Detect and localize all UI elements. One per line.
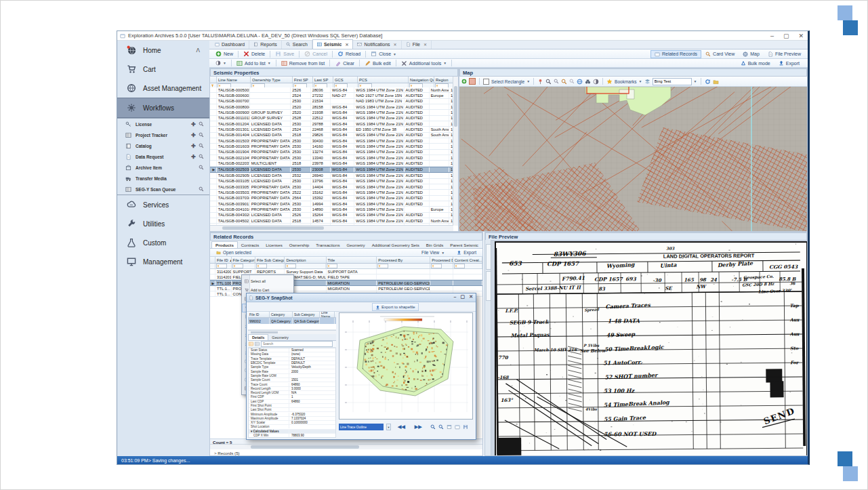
column-header-processed-by[interactable]: Processed By [377, 257, 430, 263]
sidebar-item-home[interactable]: Homeᐱ [117, 41, 209, 60]
close-tab-icon[interactable]: ✕ [345, 42, 348, 47]
add-to-list-button[interactable]: Add to list▼ [233, 60, 274, 67]
column-header-ownership-type[interactable]: Ownership Type [251, 77, 293, 83]
map-canvas[interactable] [459, 87, 807, 232]
trace-outline-dropdown[interactable]: Line Trace Outline [339, 424, 384, 430]
table-row[interactable]: TALISGB-0019043PROPRIETARY DATA253013274… [210, 150, 453, 155]
filter-cell[interactable] [232, 264, 255, 268]
sidebar-item-utilities[interactable]: Utilities [117, 214, 209, 233]
related-tab-bin-grids[interactable]: Bin Grids [423, 242, 447, 248]
snapshot-tab-details[interactable]: Details [248, 334, 268, 340]
table-row[interactable]: TALISGB-0006001252427232NAD-27NAD 1927 U… [210, 93, 453, 98]
snapshot-minimize-button[interactable]: – [454, 294, 457, 300]
snapshot-maximize-button[interactable]: ▢ [461, 294, 466, 300]
tab-dashboard[interactable]: Dashboard [211, 40, 249, 49]
view-options-dropdown[interactable]: ▼ [212, 60, 230, 66]
seismic-horizontal-scrollbar[interactable] [210, 225, 453, 231]
bulk-mode-button[interactable]: Bulk mode [737, 59, 774, 67]
sidebar-item-asset-management[interactable]: Asset Management [117, 79, 209, 98]
column-header-first-sp[interactable]: First SP [293, 77, 313, 83]
table-row[interactable]: TALISGB-0012041LICENSED DATA253029788WGS… [210, 121, 453, 127]
filter-cell[interactable] [430, 264, 453, 268]
clear-selection-icon[interactable] [469, 78, 476, 85]
column-header-file-id[interactable]: File ID ▲ [215, 257, 232, 263]
map-button[interactable]: Map [739, 50, 764, 58]
file-view-dropdown[interactable]: File View▼ [418, 249, 448, 256]
export-button[interactable]: Export [774, 59, 804, 67]
related-tab-contracts[interactable]: Contracts [238, 242, 262, 248]
sidebar-item-services[interactable]: Services [117, 195, 209, 214]
additional-tools-button[interactable]: Additional tools▼ [398, 60, 450, 67]
reload-button[interactable]: Reload [334, 50, 364, 58]
file-preview-button[interactable]: File Preview [764, 50, 805, 58]
tab-file[interactable]: File✕ [402, 40, 432, 49]
table-row[interactable]: TALISGB-0035032PROPRIETARY DATA252215162… [210, 190, 453, 195]
mag-icon[interactable] [199, 186, 204, 192]
close-tab-icon[interactable]: ✕ [423, 42, 427, 47]
column-header-navigation-qu[interactable]: Navigation Qu... [409, 77, 434, 83]
sidebar-item-seg-y-scan-queue[interactable]: SEG-Y Scan Queue [117, 184, 209, 195]
column-header-content-creat[interactable]: Content Creat... [453, 257, 482, 263]
map-search-input[interactable] [653, 78, 692, 85]
related-records-button[interactable]: Related Records [650, 50, 701, 58]
related-tab-licenses[interactable]: Licenses [262, 242, 285, 248]
snapshot-close-button[interactable]: ✕ [469, 294, 473, 300]
close-tab-icon[interactable]: ✕ [394, 42, 397, 47]
sidebar-item-transfer-media[interactable]: Transfer Media [117, 173, 209, 184]
zoom-in-icon[interactable] [430, 424, 436, 430]
close-button[interactable]: ✕ [798, 33, 804, 39]
chevron-up-icon[interactable]: ᐱ [197, 47, 200, 54]
related-tab-transactions[interactable]: Transactions [312, 242, 343, 248]
new-button[interactable]: New [212, 50, 236, 58]
table-row[interactable]: TALISGB-0014040LICENSED DATA251829826WGS… [210, 133, 453, 138]
table-row[interactable]: ▶TALISGB-0025038LICENSED DATA253023008WG… [210, 167, 453, 173]
table-row[interactable]: TALISGB-0011011GROUP SURVEY252822512WGS-… [210, 116, 453, 121]
column-header-pcs[interactable]: PCS [358, 77, 409, 83]
table-row[interactable]: TALISGB-0037034PROPRIETARY DATA256415392… [210, 196, 453, 201]
snapshot-search-input[interactable] [261, 341, 333, 347]
delete-button[interactable]: Delete [240, 50, 268, 58]
menu-item-select-all[interactable]: Select all [242, 277, 293, 285]
table-row[interactable]: 3114200SUPPORTREPORTSSurvey Support Data… [210, 269, 482, 274]
previous-button[interactable]: ◀◀ [398, 424, 405, 430]
maximize-button[interactable]: ▢ [783, 33, 789, 39]
mag-icon[interactable] [199, 143, 204, 148]
related-tab-ownership[interactable]: Ownership [286, 242, 313, 248]
column-header-title[interactable]: Title [327, 257, 377, 263]
mag-icon[interactable] [199, 165, 204, 170]
table-row[interactable]: TALISGB-0022037MULTICLIENT251823978WGS-8… [210, 161, 453, 166]
table-row[interactable]: TALISGB-0031055LICENSED DATA253013796WGS… [210, 179, 453, 184]
attachments-tab[interactable] [486, 271, 491, 301]
table-row[interactable]: TALISGB-0045021LICENSED DATA251814574WGS… [210, 218, 453, 224]
filter-cell[interactable] [255, 264, 285, 268]
table-row[interactable]: TALISGB-0041016PROPRIETARY DATA253014890… [210, 207, 453, 212]
bookmarks-label[interactable]: Bookmarks [615, 79, 637, 84]
table-row[interactable]: TALISGB-0039013PROPRIETARY DATA253014994… [210, 201, 453, 207]
sidebar-item-workflows[interactable]: Workflows [117, 98, 209, 118]
add-icon[interactable]: ✚ [191, 154, 196, 160]
column-header-processed-da[interactable]: Processed Da... [430, 257, 453, 263]
table-row[interactable]: TALISGB-0043020LICENSED DATA252615264WGS… [210, 213, 453, 218]
related-export-button[interactable]: Export [453, 249, 480, 256]
sidebar-item-cart[interactable]: Cart [117, 60, 209, 79]
open-selected-button[interactable]: Open selected [213, 249, 255, 256]
column-header-line-name[interactable]: Line Name [320, 312, 335, 317]
sidebar-item-catalog[interactable]: Catalog✚ [117, 140, 209, 151]
remove-from-list-button[interactable]: Remove from list [278, 60, 329, 67]
map-search-dropdown[interactable]: ▼ [694, 79, 697, 83]
property-row[interactable]: CDP X Min78803.90 [249, 434, 335, 438]
sidebar-item-project-tracker[interactable]: Project Tracker✚ [117, 129, 209, 140]
mag-icon[interactable] [199, 154, 204, 159]
fit-window-icon[interactable] [447, 424, 452, 430]
add-icon[interactable]: ✚ [191, 132, 196, 138]
column-header-file-id[interactable]: File ID [248, 312, 270, 317]
filter-cell[interactable] [453, 264, 482, 268]
next-button[interactable]: ▶▶ [415, 424, 422, 430]
trace-outline-dropdown-button[interactable]: ▼ [386, 424, 391, 430]
tab-seismic[interactable]: Seismic✕ [312, 39, 354, 49]
column-header-region[interactable]: Region [434, 77, 455, 83]
column-header-gcs[interactable]: GCS [333, 77, 358, 83]
filter-cell[interactable] [377, 264, 430, 268]
scanned-document[interactable]: LAND DIGITAL OPERATORS REPORT83WY306653C… [495, 241, 808, 456]
sidebar-item-archive-item[interactable]: Archive Item [117, 162, 209, 173]
